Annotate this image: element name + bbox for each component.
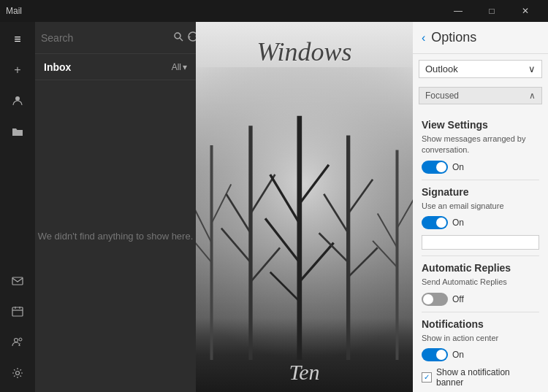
sidebar-account[interactable] [3,86,32,115]
inbox-all-label: All [172,62,181,72]
view-settings-section: View Settings Show messages arranged by … [422,119,539,174]
search-button[interactable] [173,31,183,44]
account-dropdown-label: Outlook [425,64,458,74]
sidebar: ≡ + [0,22,35,392]
sidebar-folder[interactable] [3,117,32,146]
options-scroll: View Settings Show messages arranged by … [413,107,548,392]
svg-point-7 [19,338,22,341]
content-area: Windows [196,22,413,392]
notifications-toggle-row: On [422,348,539,361]
view-settings-desc: Show messages arranged by conversation. [422,134,539,156]
title-bar-controls: — □ ✕ [441,0,542,22]
sidebar-calendar[interactable] [3,297,32,326]
inbox-header: Inbox All ▾ [35,54,196,80]
automatic-replies-toggle-row: Off [422,293,539,306]
signature-desc: Use an email signature [422,201,539,212]
inbox-title: Inbox [44,61,71,73]
account-dropdown[interactable]: Outlook ∨ [419,60,542,78]
options-title: Options [431,30,476,45]
sidebar-people[interactable] [3,328,32,357]
notifications-title: Notifications [422,318,539,330]
notifications-toggle[interactable] [422,348,448,361]
automatic-replies-section: Automatic Replies Send Automatic Replies… [422,262,539,305]
app-body: ≡ + [0,22,548,392]
account-dropdown-arrow: ∨ [528,64,536,74]
notification-banner-row: ✓ Show a notification banner [422,367,539,388]
app-title: Mail [6,6,22,16]
background-image: Windows [196,22,413,392]
divider-1 [422,180,539,180]
signature-title: Signature [422,186,539,198]
view-settings-toggle-label: On [452,162,464,172]
maximize-button[interactable]: □ [475,0,509,22]
sub-dropdown[interactable]: Focused ∧ [419,87,542,104]
sidebar-mail[interactable] [3,266,32,296]
svg-point-6 [15,339,18,342]
signature-toggle-row: On [422,216,539,229]
close-button[interactable]: ✕ [509,0,542,22]
sidebar-compose[interactable]: + [3,55,32,85]
notifications-toggle-label: On [452,350,464,360]
title-bar: Mail — □ ✕ [0,0,548,22]
sub-dropdown-arrow: ∧ [529,91,536,101]
options-back-button[interactable]: ‹ [422,31,425,45]
signature-input-area[interactable] [422,235,539,250]
svg-rect-1 [12,277,23,285]
divider-3 [422,312,539,312]
automatic-replies-toggle-label: Off [452,294,464,304]
svg-rect-14 [196,67,413,360]
sidebar-hamburger-menu[interactable]: ≡ [3,25,32,54]
mail-panel: Inbox All ▾ We didn't find anything to s… [35,22,196,392]
options-header: ‹ Options [413,22,548,54]
title-bar-left: Mail [6,6,22,16]
notifications-show-label: Show in action center [422,333,539,344]
notification-banner-checkbox[interactable]: ✓ [422,372,432,383]
notifications-section: Notifications Show in action center On ✓… [422,318,539,392]
signature-toggle-label: On [452,218,464,228]
options-panel: ‹ Options Outlook ∨ Focused ∧ View Setti… [413,22,548,392]
view-settings-title: View Settings [422,119,539,131]
signature-section: Signature Use an email signature On [422,186,539,250]
notification-banner-label: Show a notification banner [436,367,539,388]
signature-toggle[interactable] [422,216,448,229]
svg-rect-2 [12,307,23,316]
svg-line-10 [180,38,183,41]
search-bar [35,22,196,54]
automatic-replies-title: Automatic Replies [422,262,539,274]
inbox-all-button[interactable]: All ▾ [172,62,187,72]
svg-point-0 [15,96,20,101]
tree-silhouette [196,67,413,360]
minimize-button[interactable]: — [441,0,475,22]
view-settings-toggle-row: On [422,161,539,174]
view-settings-toggle[interactable] [422,161,448,174]
background-bottom-text: Ten [289,360,319,385]
svg-point-8 [16,372,20,375]
inbox-all-chevron: ▾ [183,62,187,72]
background-top-text: Windows [256,36,351,67]
sidebar-bottom [3,266,32,389]
sub-dropdown-label: Focused [425,91,459,101]
send-automatic-replies-label: Send Automatic Replies [422,277,539,288]
sidebar-settings[interactable] [3,358,32,388]
search-input[interactable] [41,32,169,44]
mail-empty-message: We didn't find anything to show here. [35,80,196,392]
automatic-replies-toggle[interactable] [422,293,448,306]
svg-point-9 [175,33,180,39]
divider-2 [422,255,539,256]
